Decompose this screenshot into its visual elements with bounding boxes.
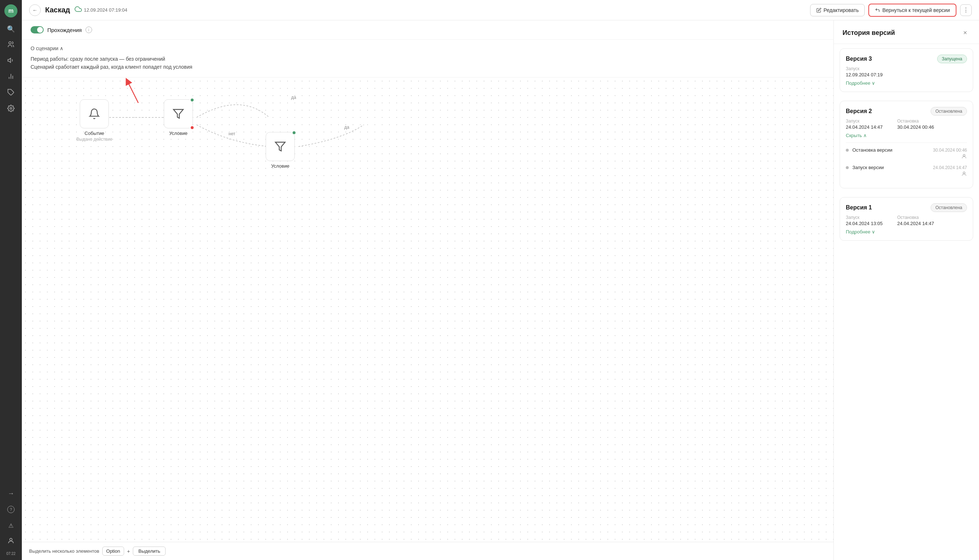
scenario-description: Период работы: сразу после запуска — без… (30, 55, 825, 71)
sidebar-item-warning[interactable]: ⚠ (3, 518, 18, 533)
megaphone-icon (7, 57, 15, 66)
sync-date: 12.09.2024 07:19:04 (84, 7, 127, 13)
version-3-launch-label: Запуск (846, 66, 882, 71)
version-1-expand-label: Подробнее (846, 229, 870, 235)
header: ← Каскад 12.09.2024 07:19:04 Редактирова… (22, 0, 979, 20)
sidebar-item-profile[interactable] (3, 534, 18, 549)
content-area: Прохождения i О сценарии ∧ Период работы… (22, 20, 979, 560)
description-line2: Сценарий сработает каждый раз, когда кли… (30, 63, 825, 71)
canvas-background (22, 77, 834, 542)
version-1-expand[interactable]: Подробнее ∨ (846, 229, 967, 235)
svg-marker-8 (174, 110, 184, 118)
bottom-bar: Выделить несколько элементов Option + Вы… (22, 542, 834, 560)
sync-info: 12.09.2024 07:19:04 (75, 5, 127, 15)
condition1-node-label: Условие (169, 130, 187, 136)
svg-point-0 (9, 42, 11, 44)
header-actions: Редактировать Вернуться к текущей версии… (810, 3, 972, 17)
event-name-launch: Запуск версии (852, 165, 884, 170)
conn-label-da1: да (291, 95, 296, 100)
avatar-initial: m (8, 8, 13, 14)
version-3-name: Версия 3 (846, 56, 872, 62)
chevron-down-icon-1: ∨ (872, 229, 875, 235)
svg-point-10 (963, 155, 965, 157)
history-panel: История версий × Версия 3 Запущена Запус… (834, 20, 979, 560)
svg-point-11 (963, 172, 965, 174)
return-label: Вернуться к текущей версии (882, 7, 950, 13)
event-meta-launch: Запуск версии 24.04.2024 14:47 (852, 165, 967, 170)
sidebar-item-campaigns[interactable] (3, 54, 18, 68)
version-2-stop-date: 30.04.2024 00:46 (897, 124, 934, 130)
version-card-3: Версия 3 Запущена Запуск 12.09.2024 07:1… (840, 48, 973, 92)
sidebar-item-search[interactable]: 🔍 (3, 22, 18, 37)
version-2-expand-label: Скрыть (846, 133, 862, 138)
condition2-node[interactable]: Условие (266, 132, 295, 169)
section-header-text: О сценарии ∧ (30, 45, 63, 51)
event-item-stop: Остановка версии 30.04.2024 00:46 (846, 147, 967, 160)
version-1-launch: Запуск 24.04.2024 13:05 (846, 215, 882, 226)
condition1-dot-red (190, 125, 194, 130)
chevron-down-icon-3: ∨ (872, 80, 875, 86)
history-header: История версий × (834, 20, 979, 44)
condition2-node-box[interactable] (266, 132, 295, 161)
sidebar-item-help[interactable]: ? (3, 502, 18, 517)
toggle-switch[interactable] (30, 26, 43, 33)
return-button[interactable]: Вернуться к текущей версии (868, 3, 956, 17)
sidebar-item-analytics[interactable] (3, 70, 18, 84)
select-button[interactable]: Выделить (133, 547, 165, 556)
canvas-area[interactable]: да нет да Событие Выдано действие (22, 77, 834, 542)
main-content: ← Каскад 12.09.2024 07:19:04 Редактирова… (22, 0, 979, 560)
return-icon (875, 8, 880, 13)
version-1-badge: Остановлена (931, 203, 967, 212)
version-2-stop: Остановка 30.04.2024 00:46 (897, 118, 934, 130)
sidebar-item-users[interactable] (3, 38, 18, 52)
scenario-panel: Прохождения i О сценарии ∧ Период работы… (22, 20, 834, 560)
version-2-events: Остановка версии 30.04.2024 00:46 (846, 143, 967, 178)
chart-icon (7, 73, 15, 82)
conn-label-net: нет (229, 131, 235, 137)
chevron-up-icon-2: ∧ (863, 133, 867, 138)
condition1-node-box[interactable] (164, 99, 193, 128)
version-1-stop-label: Остановка (897, 215, 934, 220)
more-button[interactable]: ⋮ (960, 4, 972, 16)
history-close-button[interactable]: × (960, 28, 970, 38)
more-icon: ⋮ (963, 7, 969, 13)
sidebar-item-settings[interactable] (3, 102, 18, 117)
event-node-box[interactable] (80, 99, 109, 128)
avatar[interactable]: m (4, 4, 17, 17)
event-node[interactable]: Событие Выдано действие (77, 99, 112, 142)
plus-symbol: + (127, 548, 130, 554)
info-icon[interactable]: i (85, 27, 92, 33)
event-content-stop: Остановка версии 30.04.2024 00:46 (852, 147, 967, 160)
cloud-sync-icon (75, 5, 82, 15)
version-1-stop-date: 24.04.2024 14:47 (897, 221, 934, 226)
edit-button[interactable]: Редактировать (810, 4, 865, 17)
version-card-2: Версия 2 Остановлена Запуск 24.04.2024 1… (840, 101, 973, 188)
version-3-launch-date: 12.09.2024 07:19 (846, 72, 882, 77)
filter-icon-2 (274, 141, 286, 152)
section-header[interactable]: О сценарии ∧ (30, 45, 825, 51)
version-card-header-3: Версия 3 Запущена (846, 55, 967, 63)
svg-point-6 (10, 538, 12, 541)
version-1-row: Запуск 24.04.2024 13:05 Остановка 24.04.… (846, 215, 967, 226)
version-2-expand[interactable]: Скрыть ∧ (846, 133, 967, 138)
version-3-expand[interactable]: Подробнее ∨ (846, 80, 967, 86)
version-card-header-2: Версия 2 Остановлена (846, 107, 967, 116)
event-date-stop: 30.04.2024 00:46 (933, 148, 967, 153)
search-icon: 🔍 (7, 25, 15, 33)
back-icon: ← (32, 7, 37, 13)
condition2-dot-green (292, 130, 296, 135)
back-button[interactable]: ← (29, 4, 41, 16)
version-2-launch-date: 24.04.2024 14:47 (846, 124, 882, 130)
event-user-icon-stop (961, 153, 967, 160)
sidebar-item-export[interactable]: → (3, 486, 18, 501)
version-1-stop: Остановка 24.04.2024 14:47 (897, 215, 934, 226)
version-1-name: Версия 1 (846, 204, 872, 211)
version-2-stop-label: Остановка (897, 118, 934, 123)
arrow-right-icon: → (8, 490, 14, 497)
warning-icon: ⚠ (8, 522, 13, 529)
condition1-node[interactable]: Условие (164, 99, 193, 136)
event-user-icon-launch (961, 171, 967, 178)
settings-icon (7, 105, 15, 114)
version-2-launch-label: Запуск (846, 118, 882, 123)
sidebar-item-integrations[interactable] (3, 86, 18, 100)
